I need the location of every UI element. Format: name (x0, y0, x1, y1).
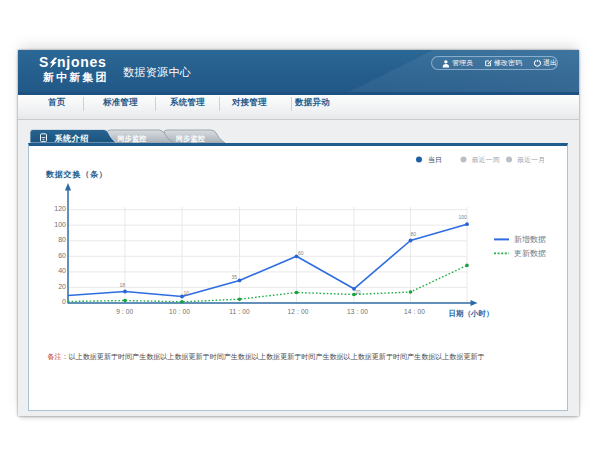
svg-text:11 : 00: 11 : 00 (229, 308, 250, 315)
svg-text:当日: 当日 (428, 156, 442, 164)
svg-text:18: 18 (120, 282, 126, 288)
svg-text:80: 80 (58, 236, 66, 243)
svg-text:0: 0 (62, 298, 66, 305)
svg-text:100: 100 (459, 214, 468, 220)
svg-text:系统介绍: 系统介绍 (54, 133, 89, 143)
svg-text:更新数据: 更新数据 (514, 249, 546, 258)
svg-text:日期（小时）: 日期（小时） (449, 309, 494, 318)
svg-text:新增数据: 新增数据 (514, 235, 546, 244)
svg-text:13 : 00: 13 : 00 (347, 308, 368, 315)
svg-text:20: 20 (58, 283, 66, 290)
svg-text:60: 60 (298, 250, 304, 256)
svg-text:10: 10 (184, 290, 190, 296)
svg-text:备注：以上数据更新于时间产生数据以上数据更新于时间产生数据以: 备注：以上数据更新于时间产生数据以上数据更新于时间产生数据以上数据更新于时间产生… (48, 352, 485, 361)
svg-text:20: 20 (355, 289, 361, 295)
svg-text:同步监控: 同步监控 (176, 135, 205, 143)
svg-text:最近一月: 最近一月 (517, 156, 545, 164)
svg-text:80: 80 (411, 231, 417, 237)
svg-text:9 : 00: 9 : 00 (116, 308, 133, 315)
svg-text:100: 100 (54, 221, 66, 228)
svg-text:14 : 00: 14 : 00 (404, 308, 425, 315)
svg-text:同步监控: 同步监控 (118, 135, 147, 143)
svg-text:40: 40 (58, 267, 66, 274)
svg-text:120: 120 (54, 205, 66, 212)
svg-text:12 : 00: 12 : 00 (288, 308, 309, 315)
svg-text:35: 35 (232, 274, 238, 280)
svg-text:最近一周: 最近一周 (472, 156, 500, 163)
svg-text:数据交换（条）: 数据交换（条） (45, 170, 108, 179)
svg-text:10 : 00: 10 : 00 (169, 308, 190, 315)
svg-text:60: 60 (58, 252, 66, 259)
